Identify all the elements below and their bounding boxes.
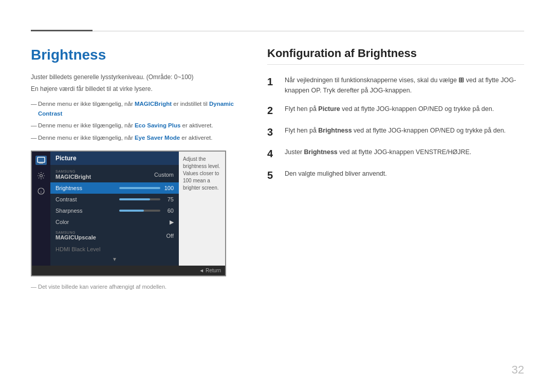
menu-row-contrast: Contrast 75: [50, 194, 179, 205]
brightness-label: Brightness: [55, 185, 82, 191]
note3-mid: er aktiveret.: [180, 135, 212, 141]
description-text-2: En højere værdi får billedet til at virk…: [31, 84, 247, 94]
color-label: Color: [55, 219, 69, 225]
magicupscale-label-group: SAMSUNG MAGICUpscale: [55, 231, 96, 241]
picture-icon: [37, 156, 45, 164]
menu-row-sharpness: Sharpness 60: [50, 205, 179, 216]
step-4-number: 4: [267, 147, 278, 160]
return-button: ◄ Return: [199, 268, 221, 273]
magic-upscale-label: MAGICUpscale: [55, 234, 96, 240]
note3-bold1: Eye Saver Mode: [135, 135, 180, 141]
sharpness-label: Sharpness: [55, 208, 83, 214]
svg-point-2: [40, 174, 43, 177]
info-icon: i: [37, 187, 45, 195]
hdmi-label: HDMI Black Level: [55, 246, 100, 252]
svg-rect-1: [39, 163, 43, 164]
step4-bold: Brightness: [304, 148, 338, 156]
page-container: Brightness Juster billedets generelle ly…: [0, 0, 555, 392]
bottom-note: Det viste billede kan variere afhængigt …: [31, 284, 247, 290]
menu-row-brightness: Brightness 100: [50, 182, 179, 194]
step-4-text: Juster Brightness ved at flytte JOG-knap…: [285, 147, 524, 157]
monitor-icon-settings: [35, 171, 47, 180]
contrast-value: 75: [163, 196, 174, 202]
step-2-text: Flyt hen på Picture ved at flytte JOG-kn…: [285, 104, 524, 114]
note1-mid: er indstillet til: [172, 101, 209, 107]
settings-icon: [37, 172, 45, 180]
contrast-label: Contrast: [55, 196, 77, 202]
menu-rows: SAMSUNG MAGICBright Custom Brightness: [50, 165, 179, 266]
svg-rect-0: [38, 157, 45, 162]
right-column: Konfiguration af Brightness 1 Når vejled…: [267, 47, 524, 371]
step-2-number: 2: [267, 104, 278, 117]
monitor-sidebar: i: [32, 152, 50, 266]
note2-bold1: Eco Saving Plus: [135, 122, 180, 128]
note2-text-before: Denne menu er ikke tilgængelig, når: [38, 122, 135, 128]
magicbright-value: Custom: [154, 172, 174, 178]
note1-text-before: Denne menu er ikke tilgængelig, når: [38, 101, 135, 107]
note2-mid: er aktiveret.: [180, 122, 213, 128]
step2-bold: Picture: [318, 105, 340, 113]
note-item-2: Denne menu er ikke tilgængelig, når Eco …: [31, 121, 247, 130]
monitor-callout: Adjust the brightness level. Values clos…: [179, 152, 225, 266]
brightness-slider-track: [119, 187, 160, 189]
samsung-label: SAMSUNG: [55, 170, 91, 174]
left-column: Brightness Juster billedets generelle ly…: [31, 47, 247, 371]
step-1-text: Når vejledningen til funktionsknapperne …: [285, 75, 524, 96]
monitor-inner: i Picture SAMSUNG MAGICBrigh: [32, 152, 225, 266]
top-divider: [31, 31, 524, 31]
contrast-slider-fill: [119, 198, 150, 200]
step-3: 3 Flyt hen på Brightness ved at flytte J…: [267, 125, 524, 139]
color-arrow: ▶: [170, 219, 174, 226]
monitor-bottom-bar: ◄ Return: [32, 266, 225, 275]
contrast-slider-container: 75: [77, 196, 174, 202]
step-3-text: Flyt hen på Brightness ved at flytte JOG…: [285, 125, 524, 136]
step-5-number: 5: [267, 169, 278, 182]
brightness-slider-container: 100: [82, 185, 174, 191]
content-area: Brightness Juster billedets generelle ly…: [31, 47, 524, 371]
menu-row-color: Color ▶: [50, 216, 179, 228]
monitor-icon-info: i: [35, 186, 47, 196]
note3-text-before: Denne menu er ikke tilgængelig, når: [38, 135, 135, 141]
magic-bright-label: MAGICBright: [55, 174, 91, 180]
sharpness-slider-container: 60: [83, 208, 174, 214]
monitor-mockup: i Picture SAMSUNG MAGICBrigh: [31, 151, 226, 276]
magicupscale-value: Off: [166, 233, 174, 239]
step-5-text: Den valgte mulighed bliver anvendt.: [285, 169, 524, 179]
steps-list: 1 Når vejledningen til funktionsknappern…: [267, 75, 524, 182]
monitor-icon-picture: [35, 156, 47, 165]
sharpness-slider-track: [119, 210, 160, 212]
monitor-menu: Picture SAMSUNG MAGICBright Custom: [50, 152, 179, 266]
page-number: 32: [512, 363, 524, 377]
step-1-number: 1: [267, 75, 278, 88]
note-item-3: Denne menu er ikke tilgængelig, når Eye …: [31, 133, 247, 142]
menu-header: Picture: [50, 152, 179, 165]
note1-bold1: MAGICBright: [135, 101, 172, 107]
menu-row-magicupscale: SAMSUNG MAGICUpscale Off: [50, 228, 179, 244]
step-5: 5 Den valgte mulighed bliver anvendt.: [267, 169, 524, 182]
sharpness-slider-fill: [119, 210, 144, 212]
note-item-1: Denne menu er ikke tilgængelig, når MAGI…: [31, 99, 247, 118]
svg-text:i: i: [41, 190, 42, 194]
magicbright-label-group: SAMSUNG MAGICBright: [55, 170, 91, 180]
konfiguration-title: Konfiguration af Brightness: [267, 47, 524, 65]
brightness-slider-fill: [119, 187, 160, 189]
menu-row-hdmi: HDMI Black Level: [50, 244, 179, 255]
step-3-number: 3: [267, 125, 278, 139]
contrast-slider-track: [119, 198, 160, 200]
samsung-label2: SAMSUNG: [55, 231, 96, 235]
description-text-1: Juster billedets generelle lysstyrkenive…: [31, 72, 247, 82]
brightness-value: 100: [163, 185, 174, 191]
callout-text: Adjust the brightness level. Values clos…: [183, 156, 221, 192]
step-2: 2 Flyt hen på Picture ved at flytte JOG-…: [267, 104, 524, 117]
notes-container: Denne menu er ikke tilgængelig, når MAGI…: [31, 99, 247, 142]
step-1: 1 Når vejledningen til funktionsknappern…: [267, 75, 524, 96]
menu-row-magicbright: SAMSUNG MAGICBright Custom: [50, 167, 179, 182]
section-title: Brightness: [31, 47, 247, 63]
sharpness-value: 60: [163, 208, 174, 214]
step1-bold: ⊞: [458, 77, 464, 84]
step3-bold: Brightness: [318, 127, 351, 134]
step-4: 4 Juster Brightness ved at flytte JOG-kn…: [267, 147, 524, 160]
menu-arrow: ▼: [50, 255, 179, 264]
menu-down-arrow-icon: ▼: [112, 256, 117, 262]
